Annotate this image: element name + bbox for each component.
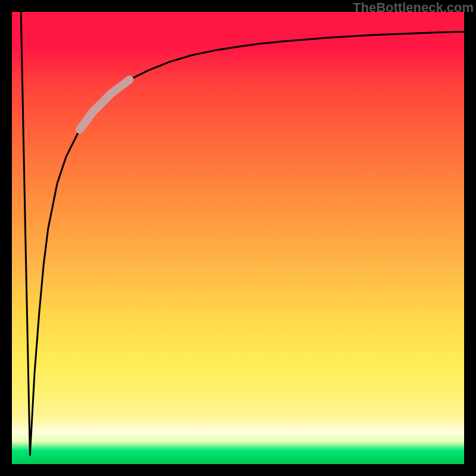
attribution-text: TheBottleneck.com (353, 0, 474, 15)
curve-svg (12, 12, 464, 464)
chart-container: TheBottleneck.com (0, 0, 476, 476)
main-curve-path (21, 12, 464, 455)
highlight-segment-path (80, 80, 130, 130)
